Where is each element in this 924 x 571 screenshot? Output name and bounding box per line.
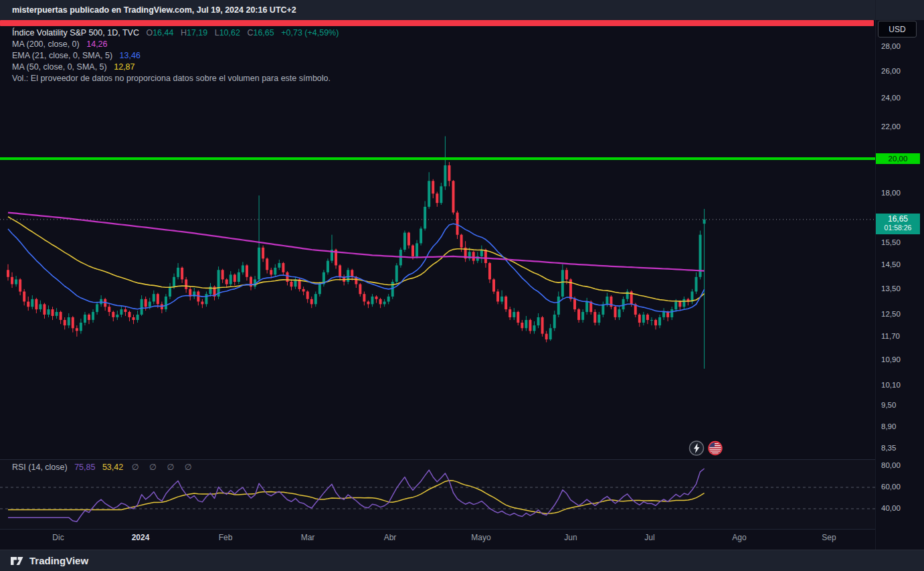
last-price-value: 16,65 bbox=[876, 215, 920, 224]
price-tick-label: 8,90 bbox=[881, 422, 896, 430]
price-tick-label: 10,90 bbox=[881, 355, 901, 363]
time-tick-label: Jun bbox=[564, 533, 577, 542]
footer-bar: TradingView bbox=[0, 550, 924, 571]
high-value: 17,19 bbox=[187, 28, 207, 37]
indicator-row-ema21[interactable]: EMA (21, close, 0, SMA, 5) 13,46 bbox=[12, 50, 339, 62]
tradingview-published-chart: misterpuertas publicado en TradingView.c… bbox=[0, 0, 924, 571]
time-tick-label: Jul bbox=[644, 533, 654, 542]
ma200-value: 14,26 bbox=[86, 39, 107, 49]
last-price-label: 16,65 01:58:26 bbox=[876, 214, 920, 234]
time-tick-label: Mar bbox=[301, 533, 315, 542]
volume-note: Vol.: El proveedor de datos no proporcio… bbox=[12, 73, 339, 84]
price-tick-label: 28,00 bbox=[881, 42, 901, 50]
time-tick-label: Feb bbox=[219, 533, 233, 542]
price-tick-label: 9,50 bbox=[881, 401, 896, 409]
low-label: L bbox=[215, 28, 219, 37]
price-tick-label: 10,10 bbox=[881, 381, 901, 389]
ema21-value: 13,46 bbox=[120, 51, 141, 60]
rsi-tick-label: 40,00 bbox=[881, 504, 901, 512]
price-scale[interactable]: USD 20,00 16,65 01:58:26 28,0026,0024,00… bbox=[875, 0, 924, 571]
low-value: 10,62 bbox=[219, 28, 240, 37]
price-tick-label: 14,50 bbox=[881, 260, 901, 268]
close-value: 16,65 bbox=[253, 28, 274, 37]
bar-countdown: 01:58:26 bbox=[876, 224, 920, 232]
tradingview-logo-icon[interactable] bbox=[9, 554, 24, 568]
time-tick-label: Sep bbox=[822, 533, 836, 542]
us-flag-badge-icon bbox=[709, 442, 722, 455]
price-tick-label: 15,50 bbox=[881, 238, 901, 246]
rsi-tick-label: 80,00 bbox=[881, 461, 901, 469]
price-tick-label: 18,00 bbox=[881, 189, 901, 197]
time-tick-label: Mayo bbox=[471, 533, 490, 542]
indicator-row-ma50[interactable]: MA (50, close, 0, SMA, 5) 12,87 bbox=[12, 62, 339, 73]
open-value: 16,44 bbox=[153, 28, 173, 37]
change-value: +0,73 (+4,59%) bbox=[281, 28, 339, 37]
high-label: H bbox=[181, 28, 187, 37]
price-tick-label: 12,50 bbox=[881, 310, 901, 318]
main-chart-pane[interactable] bbox=[0, 26, 875, 459]
ma50-value: 12,87 bbox=[114, 62, 134, 72]
symbol-row[interactable]: Índice Volatility S&P 500, 1D, TVC O16,4… bbox=[12, 27, 339, 39]
symbol-title[interactable]: Índice Volatility S&P 500, 1D, TVC bbox=[12, 28, 139, 37]
ma200-label: MA (200, close, 0) bbox=[12, 39, 80, 49]
pane-divider[interactable] bbox=[0, 459, 875, 460]
indicator-row-ma200[interactable]: MA (200, close, 0) 14,26 bbox=[12, 39, 339, 50]
ema21-label: EMA (21, close, 0, SMA, 5) bbox=[12, 51, 112, 60]
rsi-legend[interactable]: RSI (14, close) 75,85 53,42 ∅ ∅ ∅ ∅ bbox=[12, 462, 196, 472]
price-tick-label: 13,50 bbox=[881, 284, 901, 293]
price-tick-label: 24,00 bbox=[881, 94, 901, 102]
time-tick-label: Ago bbox=[732, 533, 746, 542]
price-tick-label: 11,70 bbox=[881, 332, 900, 340]
tradingview-wordmark[interactable]: TradingView bbox=[29, 555, 88, 566]
time-tick-label: Dic bbox=[52, 533, 64, 542]
lightning-badge-icon bbox=[690, 441, 704, 455]
level-price-label: 20,00 bbox=[876, 153, 920, 164]
time-tick-label: Abr bbox=[384, 533, 397, 542]
price-tick-label: 26,00 bbox=[881, 67, 901, 75]
ma50-label: MA (50, close, 0, SMA, 5) bbox=[12, 62, 107, 72]
rsi-label: RSI (14, close) bbox=[12, 463, 68, 472]
open-label: O bbox=[146, 28, 153, 37]
chart-badges bbox=[688, 439, 728, 457]
price-tick-label: 22,00 bbox=[881, 123, 901, 131]
rsi-empty-values: ∅ ∅ ∅ ∅ bbox=[132, 463, 196, 472]
rsi-ma-value: 53,42 bbox=[102, 463, 123, 472]
rsi-value: 75,85 bbox=[74, 463, 95, 472]
rsi-tick-label: 60,00 bbox=[881, 483, 901, 491]
time-tick-label: 2024 bbox=[132, 533, 150, 542]
currency-button[interactable]: USD bbox=[878, 21, 917, 37]
price-tick-label: 8,35 bbox=[881, 444, 896, 452]
chart-legend: Índice Volatility S&P 500, 1D, TVC O16,4… bbox=[12, 27, 339, 84]
time-axis[interactable]: Dic2024FebMarAbrMayoJunJulAgoSep bbox=[0, 529, 875, 549]
